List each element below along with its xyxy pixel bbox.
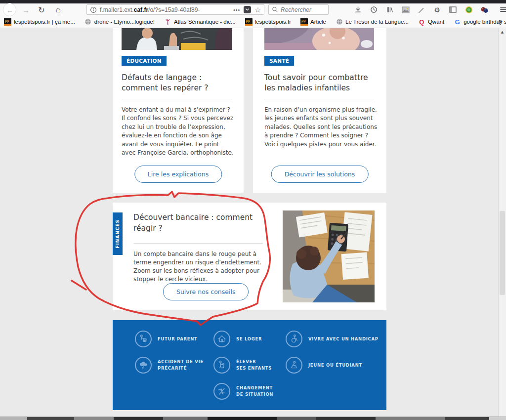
footer-item-label: JEUNE OU ÉTUDIANT — [308, 362, 362, 369]
bookmark-item[interactable]: lespetitspois.fr | ça me... — [4, 18, 75, 26]
globe-favicon — [84, 18, 92, 26]
article-title: Tout savoir pour combattre les maladies … — [264, 73, 368, 93]
bookmark-item[interactable]: Qwant — [418, 18, 444, 26]
article-title: Découvert bancaire : comment réagir ? — [133, 212, 253, 234]
background-window-strip — [0, 417, 506, 420]
globe-extension-icon[interactable] — [464, 5, 473, 14]
qwant-favicon — [418, 18, 425, 26]
divider — [133, 243, 263, 244]
scrollbar-thumb[interactable] — [500, 211, 505, 295]
article-favicon — [300, 18, 308, 26]
back-button[interactable]: ← — [5, 5, 15, 15]
globe-favicon — [336, 18, 343, 26]
read-explanations-button[interactable]: Lire les explications — [134, 166, 222, 183]
footer-item-label: FUTUR PARENT — [158, 336, 198, 342]
search-placeholder: Rechercher — [281, 6, 311, 13]
bookmark-item[interactable]: drone - Etymo...logique! — [84, 18, 155, 26]
storm-cloud-icon — [135, 357, 152, 374]
url-path: /o/?s=15a9-40af89- — [148, 6, 200, 13]
footer-item-label: VIVRE AVEC UN HANDICAP — [308, 336, 379, 342]
classroom-photo — [122, 28, 232, 50]
themes-footer: FUTUR PARENT SE LOGER VIVRE AVEC UN HAND… — [113, 320, 386, 410]
discover-solutions-button[interactable]: Découvrir les solutions — [271, 166, 369, 183]
pen-extension-icon[interactable] — [417, 5, 425, 14]
article-body: En raison d’un organisme plus fragile, l… — [264, 106, 377, 149]
article-body: Un compte bancaire dans le rouge peut à … — [133, 250, 261, 284]
page-actions-icon[interactable]: ••• — [233, 7, 241, 13]
colored-balls-extension-icon[interactable] — [480, 5, 489, 14]
bookmark-label: Le Trésor de la Langue... — [345, 19, 409, 25]
pocket-icon[interactable] — [244, 6, 251, 13]
footer-item-futur-parent[interactable]: FUTUR PARENT — [135, 331, 198, 347]
browser-toolbar: ← → ↻ ⌂ f.mailer1.ext.caf.fr/o/?s=15a9-4… — [0, 3, 506, 16]
page-viewport: ÉDUCATION Défauts de langage : comment l… — [0, 28, 498, 417]
screenshot-extension-icon[interactable] — [401, 5, 410, 14]
finances-tab: FINANCES — [113, 212, 123, 255]
bookmark-star-icon[interactable]: ☆ — [254, 6, 261, 14]
bookmarks-bar: lespetitspois.fr | ça me... drone - Etym… — [0, 16, 506, 28]
google-favicon — [454, 18, 461, 26]
lespetitspois-favicon — [245, 18, 253, 26]
student-icon — [286, 357, 302, 374]
bookmark-label: Atlas Sémantique - dic... — [174, 19, 236, 25]
footer-item-label: SE LOGER — [236, 336, 262, 342]
bookmark-label: Article — [310, 19, 326, 25]
home-button[interactable]: ⌂ — [53, 5, 63, 15]
bookmark-label: lespetitspois.fr | ça me... — [14, 19, 75, 25]
search-icon — [272, 6, 278, 13]
follow-advice-button[interactable]: Suivre nos conseils — [163, 283, 249, 300]
window-tab-strip — [0, 0, 506, 3]
bookmark-item[interactable]: lespetitspois.fr — [245, 18, 292, 26]
footer-item-handicap[interactable]: VIVRE AVEC UN HANDICAP — [286, 331, 379, 347]
history-clock-icon[interactable] — [370, 5, 378, 14]
menu-hamburger-icon[interactable] — [499, 5, 506, 14]
site-info-icon[interactable] — [90, 6, 97, 13]
article-body: Votre enfant a du mal à s’exprimer ? Il … — [122, 106, 234, 157]
lespetitspois-favicon — [4, 18, 11, 26]
download-icon[interactable] — [354, 5, 362, 14]
parent-child-icon — [213, 357, 230, 374]
footer-item-label: ÉLEVER SES ENFANTS — [236, 359, 272, 372]
vertical-scrollbar[interactable]: ▲ — [498, 28, 506, 417]
scroll-up-arrow[interactable]: ▲ — [499, 30, 506, 34]
article-card-finances: FINANCES Découvert bancaire : comment ré… — [113, 203, 386, 310]
category-badge: SANTÉ — [264, 56, 294, 66]
footer-item-changement[interactable]: CHANGEMENT DE SITUATION — [213, 383, 273, 400]
footer-item-elever[interactable]: ÉLEVER SES ENFANTS — [213, 357, 272, 374]
divider — [122, 99, 232, 99]
stroller-icon — [135, 331, 152, 347]
footer-item-jeune[interactable]: JEUNE OU ÉTUDIANT — [286, 357, 362, 374]
bookmarks-overflow-chevron[interactable]: » — [498, 17, 502, 25]
article-title: Défauts de langage : comment les repérer… — [122, 73, 208, 93]
wheelchair-icon — [286, 331, 302, 347]
sidebar-toggle-icon[interactable] — [449, 5, 457, 14]
footer-item-label: CHANGEMENT DE SITUATION — [236, 385, 273, 398]
article-card-education: ÉDUCATION Défauts de langage : comment l… — [113, 28, 244, 193]
gear-extension-icon[interactable]: ⚙ — [433, 5, 441, 14]
forward-button[interactable]: → — [21, 5, 31, 15]
footer-item-accident[interactable]: ACCIDENT DE VIE PRÉCARITÉ — [135, 357, 204, 374]
bookmark-label: drone - Etymo...logique! — [94, 19, 155, 25]
search-input[interactable]: Rechercher — [268, 4, 329, 15]
url-prefix: f.mailer1.ext. — [100, 6, 134, 13]
footer-item-se-loger[interactable]: SE LOGER — [213, 331, 262, 347]
bookmark-label: lespetitspois.fr — [255, 19, 292, 25]
url-bar[interactable]: f.mailer1.ext.caf.fr/o/?s=15a9-40af89- •… — [86, 4, 264, 15]
house-icon — [213, 331, 230, 347]
budget-calculator-photo — [283, 210, 375, 302]
atlas-favicon — [164, 18, 171, 26]
category-badge: ÉDUCATION — [122, 56, 167, 66]
reload-button[interactable]: ↻ — [37, 5, 46, 15]
baby-bath-photo — [264, 28, 374, 50]
bookmark-item[interactable]: Atlas Sémantique - dic... — [164, 18, 236, 26]
bookmark-label: Qwant — [428, 19, 444, 25]
swap-arrows-icon — [213, 383, 230, 400]
library-icon[interactable] — [385, 5, 394, 14]
footer-item-label: ACCIDENT DE VIE PRÉCARITÉ — [158, 359, 204, 372]
bookmark-item[interactable]: Le Trésor de la Langue... — [336, 18, 409, 26]
url-domain: caf.fr — [134, 6, 148, 13]
divider — [264, 99, 374, 99]
article-card-sante: SANTÉ Tout savoir pour combattre les mal… — [253, 28, 386, 193]
bookmark-item[interactable]: Article — [300, 18, 326, 26]
